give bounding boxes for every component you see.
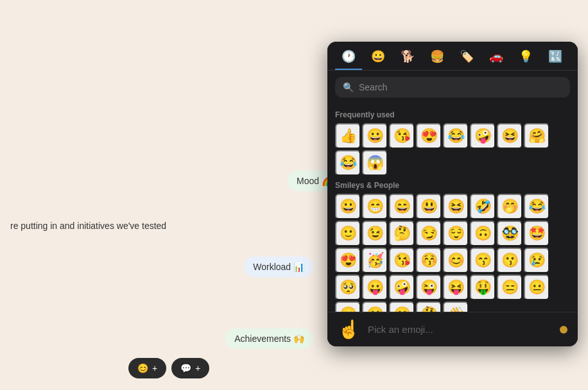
emoji-kissing-heart[interactable]: 😘 (389, 248, 415, 273)
emoji-no-mouth[interactable]: 😶 (335, 301, 361, 312)
emoji-blush[interactable]: 😊 (443, 248, 469, 273)
emoji-laugh[interactable]: 😄 (389, 194, 415, 219)
tab-recent[interactable]: 🕐 (335, 44, 362, 70)
category-tabs: 🕐 😀 🐕 🍔 🏷️ 🚗 💡 🔣 🚩 (327, 42, 578, 71)
emoji-smiley[interactable]: 😃 (416, 194, 442, 219)
emoji-picker: 🕐 😀 🐕 🍔 🏷️ 🚗 💡 🔣 🚩 🔍 Frequently used 👍 😀… (327, 42, 578, 346)
emoji-heart-eyes2[interactable]: 😍 (335, 248, 361, 273)
search-icon: 🔍 (343, 82, 354, 92)
achievements-bubble: Achievements 🙌 (225, 328, 313, 349)
emoji-joy2[interactable]: 😂 (524, 194, 549, 219)
emoji-kissing-smile[interactable]: 😗 (497, 248, 523, 273)
emoji-zipper[interactable]: 🤐 (362, 301, 388, 312)
emoji-star-struck[interactable]: 🤩 (524, 221, 549, 246)
emoji-smile[interactable]: 😀 (335, 194, 361, 219)
emoji-squint-tongue[interactable]: 😝 (443, 275, 469, 300)
chat-area: Mood 🌈 re putting in and initiatives we'… (0, 0, 352, 390)
tab-food[interactable]: 🍔 (424, 44, 451, 70)
emoji-hugs[interactable]: 🤗 (524, 123, 549, 149)
emoji-kiss[interactable]: 😘 (389, 123, 415, 149)
message-text: re putting in and initiatives we've test… (0, 218, 177, 233)
workload-bubble: Workload 📊 (244, 257, 313, 277)
emoji-kissing[interactable]: 😙 (470, 248, 496, 273)
emoji-rofl2[interactable]: 🤣 (470, 194, 496, 219)
emoji-wink-tongue[interactable]: 😜 (416, 275, 442, 300)
emoji-shush[interactable]: 🤫 (389, 301, 415, 312)
emoji-relieved[interactable]: 😌 (443, 221, 469, 246)
emoji-reaction-button[interactable]: 😊 😊 + + (128, 358, 166, 378)
tab-objects[interactable]: 💡 (512, 44, 539, 70)
emoji-smirk[interactable]: 😏 (416, 221, 442, 246)
tab-activities[interactable]: 🏷️ (453, 44, 480, 70)
search-input[interactable] (359, 82, 562, 92)
emoji-disguise[interactable]: 🥸 (497, 221, 523, 246)
preview-emoji-display: ☝️ (338, 319, 360, 340)
emoji-scroll-area[interactable]: Frequently used 👍 😀 😘 😍 😂 🤪 😆 🤗 😂 😱 Smil… (327, 103, 578, 312)
emoji-beam[interactable]: 😁 (362, 194, 388, 219)
tab-symbols[interactable]: 🔣 (542, 44, 569, 70)
search-bar: 🔍 (335, 77, 570, 98)
emoji-thinking2[interactable]: 🤔 (416, 301, 442, 312)
tab-travel[interactable]: 🚗 (483, 44, 510, 70)
emoji-pleading[interactable]: 🥺 (335, 275, 361, 300)
emoji-preview-bar: ☝️ Pick an emoji... (327, 312, 578, 346)
emoji-rofl[interactable]: 😂 (335, 150, 361, 176)
preview-text: Pick an emoji... (368, 324, 552, 335)
emoji-kissing-closed[interactable]: 😚 (416, 248, 442, 273)
preview-dot (560, 326, 567, 334)
emoji-wink[interactable]: 😉 (362, 221, 388, 246)
emoji-slightly-smile[interactable]: 🙂 (335, 221, 361, 246)
comment-icon: 💬 (180, 363, 191, 373)
emoji-grinning-squint[interactable]: 😆 (497, 123, 523, 149)
emoji-thinking[interactable]: 🤔 (389, 221, 415, 246)
emoji-neutral[interactable]: 😐 (524, 275, 549, 300)
frequently-used-grid: 👍 😀 😘 😍 😂 🤪 😆 🤗 😂 😱 (335, 123, 570, 176)
emoji-wacky[interactable]: 🤪 (389, 275, 415, 300)
bottom-toolbar: 😊 😊 + + 💬 + (128, 358, 209, 378)
emoji-squint[interactable]: 😆 (443, 194, 469, 219)
emoji-heart-eyes[interactable]: 😍 (416, 123, 442, 149)
emoji-scream[interactable]: 😱 (362, 150, 388, 176)
emoji-grin[interactable]: 😀 (362, 123, 388, 149)
section-smileys: Smileys & People (335, 181, 570, 190)
smileys-grid: 😀 😁 😄 😃 😆 🤣 🤭 😂 🙂 😉 🤔 😏 😌 🙃 🥸 🤩 😍 🥳 😘 😚 … (335, 194, 570, 312)
emoji-shushing[interactable]: 🤭 (497, 194, 523, 219)
emoji-zany[interactable]: 🤪 (470, 123, 496, 149)
emoji-tongue[interactable]: 😛 (362, 275, 388, 300)
emoji-money-mouth[interactable]: 🤑 (470, 275, 496, 300)
emoji-thumbsup[interactable]: 👍 (335, 123, 361, 149)
message-mood: Mood 🌈 (0, 0, 352, 195)
emoji-expressionless[interactable]: 😑 (497, 275, 523, 300)
section-frequently-used: Frequently used (335, 110, 570, 119)
emoji-partying[interactable]: 🥳 (362, 248, 388, 273)
comment-button[interactable]: 💬 + (171, 358, 209, 378)
tab-smileys[interactable]: 😀 (365, 44, 392, 70)
emoji-cry[interactable]: 😢 (524, 248, 549, 273)
emoji-upside-down[interactable]: 🙃 (470, 221, 496, 246)
tab-flags[interactable]: 🚩 (571, 44, 578, 70)
tab-animals[interactable]: 🐕 (394, 44, 421, 70)
emoji-icon: 😊 (137, 363, 148, 373)
emoji-point-right[interactable]: 👋 (443, 301, 469, 312)
emoji-joy[interactable]: 😂 (443, 123, 469, 149)
